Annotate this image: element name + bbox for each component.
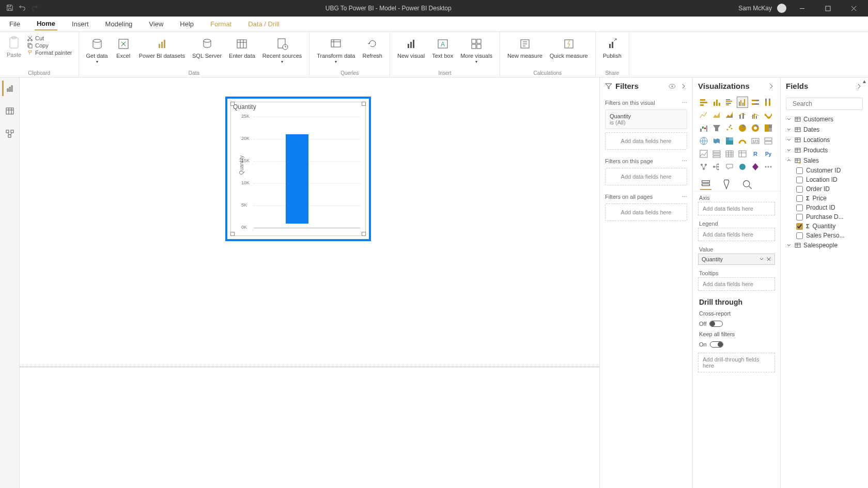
viz-area[interactable] bbox=[711, 109, 722, 121]
viz-clustered-bar[interactable] bbox=[724, 97, 735, 108]
viz-r[interactable]: R bbox=[750, 148, 761, 160]
search-input[interactable] bbox=[793, 100, 868, 107]
viz-stacked-area[interactable] bbox=[724, 109, 735, 121]
copy-button[interactable]: Copy bbox=[27, 42, 72, 49]
chevron-right-icon[interactable] bbox=[768, 83, 775, 90]
field-location-id[interactable]: Location ID bbox=[785, 175, 864, 184]
viz-slicer[interactable] bbox=[711, 148, 722, 160]
format-painter-button[interactable]: Format painter bbox=[27, 50, 72, 56]
paste-button[interactable]: Paste bbox=[4, 34, 24, 59]
table-dates[interactable]: Dates bbox=[785, 124, 864, 135]
field-price[interactable]: ΣPrice bbox=[785, 194, 864, 203]
table-products[interactable]: Products bbox=[785, 145, 864, 155]
publish-button[interactable]: Publish bbox=[600, 34, 625, 61]
table-salespeople[interactable]: Salespeople bbox=[785, 240, 864, 250]
bar-quantity[interactable] bbox=[286, 134, 308, 224]
more-visuals-button[interactable]: More visuals▾ bbox=[457, 34, 495, 67]
tooltips-well[interactable]: Add data fields here bbox=[698, 277, 775, 291]
chevron-right-icon[interactable] bbox=[680, 83, 687, 90]
corner-handle[interactable] bbox=[230, 232, 235, 236]
visualizations-header[interactable]: Visualizations bbox=[693, 77, 780, 95]
menu-help[interactable]: Help bbox=[178, 18, 196, 30]
filters-header[interactable]: Filters bbox=[600, 77, 692, 95]
maximize-button[interactable] bbox=[817, 0, 838, 17]
new-visual-button[interactable]: New visual bbox=[394, 34, 428, 61]
refresh-button[interactable]: Refresh bbox=[359, 34, 385, 61]
report-canvas[interactable]: Quantity Quantity 25K 20K 15K 10K 5K bbox=[20, 77, 599, 488]
table-locations[interactable]: Locations bbox=[785, 135, 864, 145]
cut-button[interactable]: Cut bbox=[27, 35, 72, 41]
quick-measure-button[interactable]: Quick measure bbox=[547, 34, 591, 61]
save-icon[interactable] bbox=[6, 4, 13, 13]
filters-on-page-header[interactable]: Filters on this page⋯ bbox=[605, 155, 687, 168]
corner-handle[interactable] bbox=[362, 102, 366, 106]
menu-file[interactable]: File bbox=[7, 18, 22, 30]
filter-drop-visual[interactable]: Add data fields here bbox=[605, 132, 687, 150]
report-view-button[interactable] bbox=[2, 81, 18, 96]
viz-100-stacked-column[interactable] bbox=[763, 97, 774, 108]
field-purchase-date[interactable]: Purchase D... bbox=[785, 212, 864, 222]
field-sales-person[interactable]: Sales Perso... bbox=[785, 231, 864, 240]
viz-treemap[interactable] bbox=[763, 122, 774, 134]
filter-card-quantity[interactable]: Quantity is (All) bbox=[605, 109, 687, 129]
field-product-id[interactable]: Product ID bbox=[785, 203, 864, 212]
eye-icon[interactable] bbox=[669, 83, 676, 90]
axis-well[interactable]: Add data fields here bbox=[698, 202, 775, 215]
menu-home[interactable]: Home bbox=[35, 18, 57, 30]
viz-line-stacked-column[interactable] bbox=[737, 109, 748, 121]
viz-donut[interactable] bbox=[750, 122, 761, 134]
viz-table[interactable] bbox=[724, 148, 735, 160]
fields-tab[interactable] bbox=[700, 179, 711, 190]
data-view-button[interactable] bbox=[2, 103, 18, 119]
redo-icon[interactable] bbox=[31, 4, 38, 13]
table-sales[interactable]: Sales bbox=[785, 155, 864, 166]
field-customer-id[interactable]: Customer ID bbox=[785, 166, 864, 175]
viz-100-stacked-bar[interactable] bbox=[750, 97, 761, 108]
bar-chart-visual[interactable]: Quantity Quantity 25K 20K 15K 10K 5K bbox=[225, 97, 371, 241]
viz-kpi[interactable] bbox=[698, 148, 709, 160]
corner-handle[interactable] bbox=[230, 102, 235, 106]
viz-map[interactable] bbox=[698, 135, 709, 147]
viz-gauge[interactable] bbox=[737, 135, 748, 147]
filters-on-visual-header[interactable]: Filters on this visual⋯ bbox=[605, 97, 687, 109]
keep-filters-toggle[interactable]: On bbox=[699, 341, 723, 348]
viz-matrix[interactable] bbox=[737, 148, 748, 160]
viz-python[interactable]: Py bbox=[763, 148, 774, 160]
viz-ribbon[interactable] bbox=[763, 109, 774, 121]
user-name[interactable]: Sam McKay bbox=[738, 5, 772, 12]
viz-pie[interactable] bbox=[737, 122, 748, 134]
corner-handle[interactable] bbox=[362, 232, 366, 236]
field-quantity[interactable]: ΣQuantity bbox=[785, 222, 864, 231]
value-well-quantity[interactable]: Quantity bbox=[698, 254, 775, 265]
viz-stacked-bar[interactable] bbox=[698, 97, 709, 108]
viz-multi-row-card[interactable] bbox=[763, 135, 774, 147]
fields-search[interactable] bbox=[786, 98, 863, 110]
viz-stacked-column[interactable] bbox=[711, 97, 722, 108]
enter-data-button[interactable]: Enter data bbox=[226, 34, 258, 61]
viz-key-influencers[interactable] bbox=[698, 161, 709, 172]
new-measure-button[interactable]: New measure bbox=[504, 34, 546, 61]
filter-drop-page[interactable]: Add data fields here bbox=[605, 168, 687, 185]
minimize-button[interactable] bbox=[792, 0, 812, 17]
viz-scatter[interactable] bbox=[724, 122, 735, 134]
model-view-button[interactable] bbox=[2, 126, 18, 141]
viz-waterfall[interactable] bbox=[698, 122, 709, 134]
viz-filled-map[interactable] bbox=[711, 135, 722, 147]
transform-data-button[interactable]: Transform data▾ bbox=[314, 34, 358, 67]
fields-header[interactable]: Fields bbox=[781, 77, 868, 95]
pbi-datasets-button[interactable]: Power BI datasets bbox=[136, 34, 188, 61]
legend-well[interactable]: Add data fields here bbox=[698, 228, 775, 241]
menu-view[interactable]: View bbox=[147, 18, 165, 30]
cross-report-toggle[interactable]: Off bbox=[699, 321, 723, 327]
viz-funnel[interactable] bbox=[711, 122, 722, 134]
analytics-tab[interactable] bbox=[741, 179, 753, 190]
remove-icon[interactable] bbox=[766, 257, 771, 262]
viz-qa[interactable] bbox=[724, 161, 735, 172]
excel-button[interactable]: Excel bbox=[112, 34, 135, 61]
viz-clustered-column[interactable] bbox=[737, 97, 748, 108]
get-data-button[interactable]: Get data▾ bbox=[83, 34, 111, 67]
recent-sources-button[interactable]: Recent sources▾ bbox=[259, 34, 305, 67]
undo-icon[interactable] bbox=[19, 4, 26, 13]
menu-format[interactable]: Format bbox=[208, 18, 234, 30]
menu-data-drill[interactable]: Data / Drill bbox=[246, 18, 282, 30]
